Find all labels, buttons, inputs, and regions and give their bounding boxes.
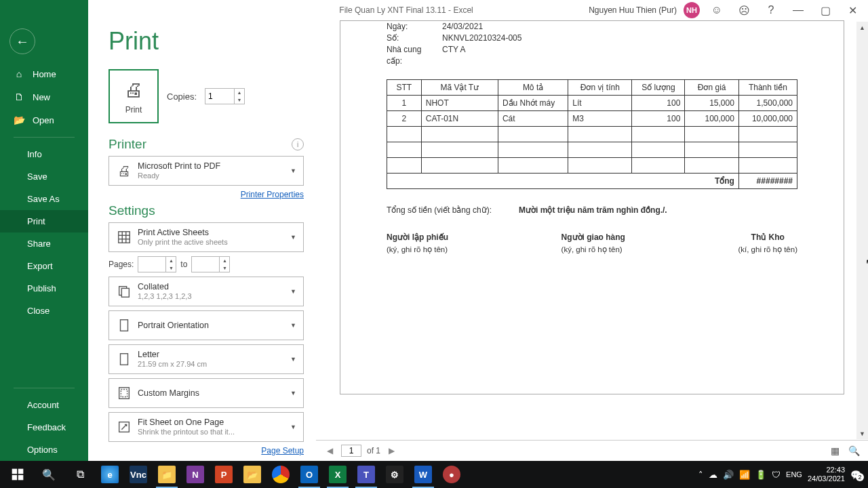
sidebar-item-print[interactable]: Print	[0, 210, 88, 232]
tray-clock[interactable]: 22:4324/03/2021	[808, 466, 845, 483]
username[interactable]: Nguyen Huu Thien (Pur)	[589, 5, 677, 15]
copies-up[interactable]: ▲	[234, 89, 244, 96]
pages-from-down[interactable]: ▼	[165, 264, 176, 272]
maximize-icon[interactable]: ▢	[815, 0, 835, 20]
collate-dropdown[interactable]: Collated1,2,3 1,2,3 1,2,3 ▼	[108, 277, 304, 306]
sidebar-item-saveas[interactable]: Save As	[0, 188, 88, 210]
sidebar-item-info[interactable]: Info	[0, 143, 88, 165]
copies-input[interactable]	[205, 92, 234, 101]
th-mota: Mô tả	[498, 80, 568, 96]
table-row-empty	[387, 142, 797, 158]
prev-page-button[interactable]: ◀	[324, 445, 336, 457]
pages-to-spinner[interactable]: ▲▼	[191, 256, 230, 272]
scroll-down-icon[interactable]: ▼	[856, 428, 868, 439]
print-what-dropdown[interactable]: Print Active SheetsOnly print the active…	[108, 222, 304, 252]
sidebar-item-feedback[interactable]: Feedback	[0, 416, 88, 439]
doc-ngay-label: Ngày:	[387, 21, 438, 33]
svg-rect-15	[18, 475, 24, 481]
scroll-up-icon[interactable]: ▲	[856, 22, 868, 33]
start-button[interactable]	[3, 461, 33, 488]
margins-text: Custom Margins	[134, 388, 288, 398]
tray-security-icon[interactable]: 🛡	[772, 470, 781, 480]
pages-from-up[interactable]: ▲	[165, 257, 176, 264]
task-view-icon[interactable]: ⧉	[65, 461, 95, 488]
print-preview: Ngày:24/03/2021 Số:NKNVL20210324-005 Nhà…	[316, 20, 868, 461]
sidebar-label-share: Share	[27, 239, 51, 249]
scale-icon	[115, 418, 134, 436]
printer-dropdown[interactable]: 🖨 Microsoft Print to PDFReady ▼	[108, 156, 304, 186]
svg-rect-12	[12, 469, 18, 474]
paper-dropdown[interactable]: Letter21.59 cm x 27.94 cm ▼	[108, 344, 304, 374]
taskbar-app-explorer[interactable]: 📁	[153, 461, 180, 488]
zoom-to-page-icon[interactable]: 🔍	[848, 445, 860, 457]
tray-cloud-icon[interactable]: ☁	[709, 470, 717, 480]
taskbar-app-powerpoint[interactable]: P	[210, 461, 237, 488]
scaling-dropdown[interactable]: Fit Sheet on One PageShrink the printout…	[108, 412, 304, 442]
printer-properties-link[interactable]: Printer Properties	[108, 190, 304, 199]
page-setup-link[interactable]: Page Setup	[108, 446, 304, 455]
print-button[interactable]: 🖨 Print	[108, 69, 159, 123]
sidebar-item-account[interactable]: Account	[0, 394, 88, 416]
print-panel: Print 🖨 Print Copies: ▲▼ Printeri 🖨 Micr…	[88, 20, 316, 461]
taskbar-app-settings[interactable]: ⚙	[381, 461, 408, 488]
taskbar-app-teams[interactable]: T	[353, 461, 380, 488]
orientation-dropdown[interactable]: Portrait Orientation ▼	[108, 310, 304, 340]
taskbar-app-chrome[interactable]	[267, 461, 294, 488]
backstage-sidebar: ← ⌂Home 🗋New 📂Open Info Save Save As Pri…	[0, 20, 88, 461]
margins-dropdown[interactable]: Custom Margins ▼	[108, 378, 304, 408]
table-total-row: Tổng########	[387, 174, 797, 189]
avatar[interactable]: NH	[684, 2, 700, 18]
taskbar-app-recorder[interactable]: ●	[438, 461, 465, 488]
pages-to-input[interactable]	[192, 260, 219, 269]
face-sad-icon[interactable]: ☹	[734, 0, 754, 20]
chevron-down-icon: ▼	[288, 322, 299, 329]
taskbar-app-word[interactable]: W	[410, 461, 437, 488]
tray-notifications-icon[interactable]: 💬2	[850, 470, 861, 480]
pages-to-up[interactable]: ▲	[219, 257, 229, 264]
next-page-button[interactable]: ▶	[386, 445, 397, 457]
sidebar-item-publish[interactable]: Publish	[0, 277, 88, 300]
pages-to-down[interactable]: ▼	[219, 264, 229, 272]
sidebar-item-options[interactable]: Options	[0, 439, 88, 461]
printer-info-icon[interactable]: i	[292, 138, 304, 150]
help-icon[interactable]: ?	[761, 0, 781, 20]
doc-total-text: Tổng số tiền (viết bằng chữ): Mười một t…	[387, 205, 797, 215]
close-icon[interactable]: ✕	[842, 0, 863, 20]
tray-volume-icon[interactable]: 🔊	[723, 470, 734, 480]
system-tray[interactable]: ˄ ☁ 🔊 📶 🔋 🛡 ENG 22:4324/03/2021 💬2	[698, 466, 865, 483]
tray-chevron-up-icon[interactable]: ˄	[698, 470, 703, 480]
copies-spinner[interactable]: ▲▼	[205, 88, 245, 104]
page-number-input[interactable]	[341, 445, 361, 457]
sidebar-item-home[interactable]: ⌂Home	[0, 62, 88, 85]
taskbar-app-excel[interactable]: X	[324, 461, 351, 488]
vertical-scrollbar[interactable]: ▲▼	[856, 22, 868, 439]
minimize-icon[interactable]: —	[788, 0, 808, 20]
scale-sub: Shrink the printout so that it...	[138, 427, 288, 436]
taskbar-app-ie[interactable]: e	[96, 461, 123, 488]
taskbar-app-outlook[interactable]: O	[296, 461, 323, 488]
sidebar-item-new[interactable]: 🗋New	[0, 85, 88, 108]
back-button[interactable]: ←	[9, 28, 35, 54]
sidebar-item-save[interactable]: Save	[0, 165, 88, 188]
show-margins-icon[interactable]: ▦	[829, 445, 841, 457]
sidebar-label-publish: Publish	[27, 283, 56, 293]
windows-taskbar[interactable]: 🔍 ⧉ e Vnc 📁 N P 📂 O X T ⚙ W ● ˄ ☁ 🔊 📶 🔋 …	[0, 461, 868, 488]
th-dvt: Đơn vị tính	[568, 80, 632, 96]
tray-lang[interactable]: ENG	[786, 470, 802, 479]
taskbar-app-folder[interactable]: 📂	[239, 461, 266, 488]
taskbar-app-vnc[interactable]: Vnc	[125, 461, 152, 488]
pages-from-spinner[interactable]: ▲▼	[138, 256, 176, 272]
sidebar-item-close[interactable]: Close	[0, 300, 88, 322]
copies-down[interactable]: ▼	[234, 96, 244, 104]
face-smile-icon[interactable]: ☺	[707, 0, 727, 20]
pages-from-input[interactable]	[138, 260, 165, 269]
table-row: 2CAT-01NCátM3100100,00010,000,000	[387, 111, 797, 127]
tray-wifi-icon[interactable]: 📶	[739, 470, 750, 480]
sidebar-item-export[interactable]: Export	[0, 255, 88, 277]
sidebar-item-share[interactable]: Share	[0, 232, 88, 255]
table-header-row: STT Mã Vật Tư Mô tả Đơn vị tính Số lượng…	[387, 80, 797, 96]
tray-battery-icon[interactable]: 🔋	[755, 470, 766, 480]
taskbar-app-onenote[interactable]: N	[182, 461, 209, 488]
sidebar-item-open[interactable]: 📂Open	[0, 108, 88, 131]
search-icon[interactable]: 🔍	[34, 461, 64, 488]
